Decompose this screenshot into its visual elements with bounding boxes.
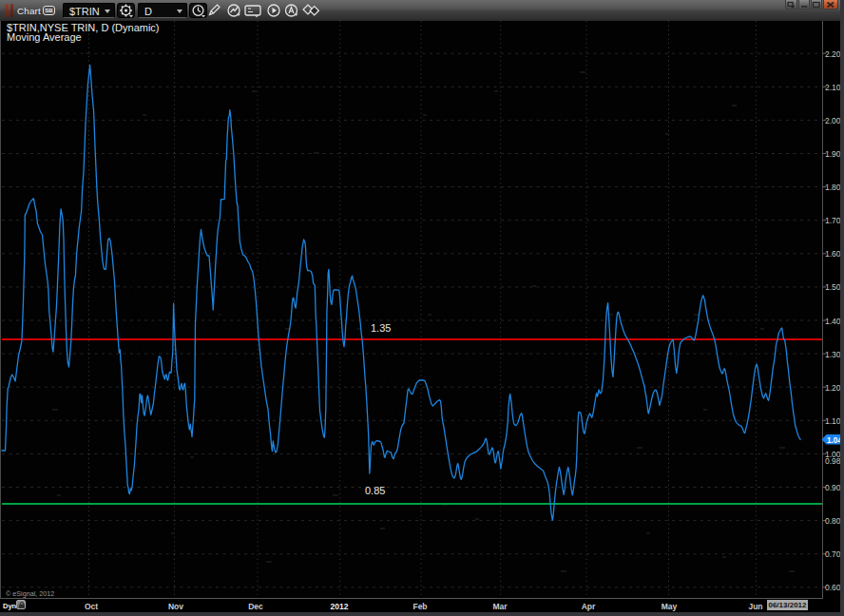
svg-text:Moving Average: Moving Average: [7, 31, 82, 43]
svg-text:© eSignal, 2012: © eSignal, 2012: [6, 589, 54, 598]
svg-text:1.60: 1.60: [825, 249, 841, 259]
svg-text:1.90: 1.90: [825, 149, 841, 159]
svg-text:1.30: 1.30: [825, 350, 841, 359]
svg-text:0.80: 0.80: [825, 516, 841, 526]
svg-text:2.10: 2.10: [825, 83, 841, 92]
svg-text:1.80: 1.80: [825, 183, 841, 192]
svg-text:0.90: 0.90: [825, 483, 841, 492]
svg-text:1.50: 1.50: [825, 282, 841, 292]
svg-text:2.20: 2.20: [825, 49, 841, 59]
svg-text:1.35: 1.35: [371, 322, 391, 334]
svg-text:1.20: 1.20: [825, 383, 841, 393]
svg-text:0.70: 0.70: [825, 549, 841, 559]
svg-text:0.98: 0.98: [825, 456, 841, 466]
svg-text:0.60: 0.60: [825, 583, 841, 592]
svg-text:1.40: 1.40: [825, 317, 841, 326]
svg-text:2.00: 2.00: [825, 116, 841, 125]
svg-text:1.70: 1.70: [825, 216, 841, 225]
svg-text:0.85: 0.85: [365, 485, 385, 496]
svg-text:1.10: 1.10: [825, 416, 841, 426]
